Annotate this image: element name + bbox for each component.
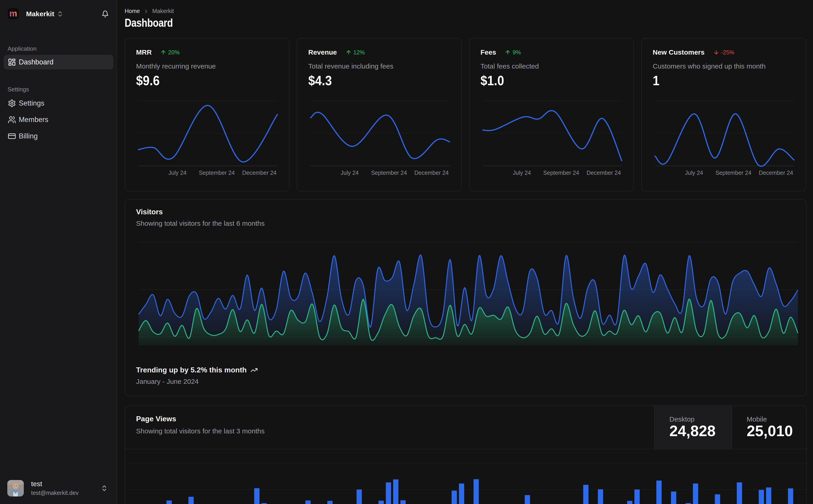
main-content: Home Makerkit Dashboard MRR20%Monthly re… (117, 0, 813, 504)
chevrons-up-down-icon[interactable] (57, 11, 64, 17)
tab-desktop-label: Desktop (669, 415, 695, 423)
x-axis-label: December 24 (759, 170, 793, 176)
user-menu-button[interactable]: test test@makerkit.dev (4, 476, 113, 500)
sidebar-section-settings: Settings (8, 86, 29, 93)
page-views-title: Page Views (136, 415, 176, 423)
sidebar-item-billing[interactable]: Billing (4, 129, 113, 143)
sparkline-chart (297, 38, 462, 191)
user-name: test (31, 480, 78, 488)
page-views-card: Page Views Showing total visitors for th… (125, 405, 807, 504)
breadcrumb-home[interactable]: Home (125, 8, 140, 14)
users-icon (8, 116, 16, 124)
tab-desktop-value: 24,828 (669, 423, 716, 438)
visitors-period: January - June 2024 (136, 378, 199, 385)
tab-mobile-label: Mobile (747, 415, 767, 423)
trending-up-icon (251, 366, 258, 374)
tab-mobile[interactable]: Mobile 25,010 (732, 406, 807, 449)
tab-desktop[interactable]: Desktop 24,828 (654, 406, 732, 449)
layout-dashboard-icon (8, 58, 16, 66)
x-axis-label: December 24 (414, 170, 449, 176)
stat-card-new-customers: New Customers-25%Customers who signed up… (641, 38, 806, 191)
user-email: test@makerkit.dev (31, 489, 78, 496)
x-axis-label: September 24 (199, 170, 235, 176)
sidebar-item-label: Billing (19, 132, 38, 140)
x-axis-label: July 24 (341, 170, 359, 176)
stat-card-revenue: Revenue12%Total revenue including fees$4… (297, 38, 462, 191)
sparkline-chart (469, 38, 634, 191)
sidebar: m Makerkit Application (0, 0, 117, 504)
x-axis-label: September 24 (371, 170, 407, 176)
workspace-name[interactable]: Makerkit (26, 10, 54, 18)
sidebar-item-label: Settings (19, 99, 44, 107)
visitors-trend-text: Trending up by 5.2% this month (136, 366, 247, 374)
x-axis-label: December 24 (586, 170, 621, 176)
svg-text:m: m (9, 9, 17, 18)
page-views-subtitle: Showing total visitors for the last 3 mo… (136, 427, 265, 435)
x-axis-label: September 24 (543, 170, 579, 176)
x-axis-label: July 24 (513, 170, 531, 176)
x-axis-label: July 24 (685, 170, 703, 176)
credit-card-icon (8, 132, 16, 140)
page-views-header: Page Views Showing total visitors for th… (125, 406, 806, 449)
sparkline-chart (642, 38, 806, 191)
chevron-right-icon (143, 8, 149, 14)
x-axis-label: December 24 (242, 170, 277, 176)
x-axis-label: July 24 (168, 170, 186, 176)
sidebar-item-members[interactable]: Members (4, 112, 113, 127)
visitors-card: Visitors Showing total visitors for the … (125, 199, 807, 396)
bell-icon[interactable] (101, 10, 109, 18)
breadcrumb: Home Makerkit (125, 8, 174, 14)
user-avatar (7, 480, 24, 496)
app-root: m Makerkit Application (0, 0, 813, 504)
stat-card-fees: Fees9%Total fees collected$1.0July 24Sep… (469, 38, 634, 191)
sidebar-item-settings[interactable]: Settings (4, 96, 113, 111)
breadcrumb-current: Makerkit (152, 8, 174, 14)
sidebar-item-dashboard[interactable]: Dashboard (4, 55, 113, 69)
makerkit-logo[interactable]: m (8, 8, 19, 19)
sidebar-item-label: Members (19, 116, 48, 124)
sparkline-chart (125, 38, 290, 191)
tab-mobile-value: 25,010 (747, 423, 793, 438)
page-title: Dashboard (125, 16, 173, 29)
stat-card-mrr: MRR20%Monthly recurring revenue$9.6July … (125, 38, 290, 191)
sidebar-header: m Makerkit (0, 0, 117, 29)
settings-gear-icon (8, 99, 16, 107)
user-info: test test@makerkit.dev (31, 480, 78, 496)
visitors-trend: Trending up by 5.2% this month (136, 366, 258, 374)
sidebar-section-application: Application (8, 45, 37, 52)
sidebar-item-label: Dashboard (19, 58, 53, 66)
x-axis-label: September 24 (715, 170, 751, 176)
chevrons-up-down-icon (101, 485, 108, 492)
